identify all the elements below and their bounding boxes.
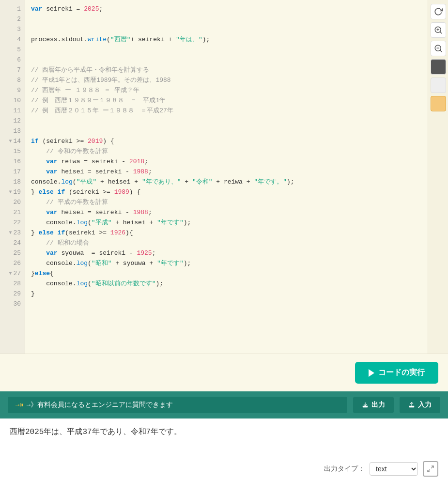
code-line: var reiwa = seireki - 2018;	[31, 156, 422, 167]
line-number: 4	[17, 34, 25, 45]
output-footer: 出力タイプ： text html canvas	[0, 457, 448, 484]
line-number: 24	[13, 238, 25, 248]
line-number: 2	[17, 14, 25, 24]
zoom-in-button[interactable]	[431, 22, 446, 38]
output-btn-label: 出力	[371, 401, 385, 409]
line-number: 25	[13, 248, 25, 258]
output-button[interactable]: 出力	[353, 397, 394, 413]
line-number: 30	[13, 299, 25, 309]
refresh-button[interactable]	[431, 4, 446, 19]
line-number: 12	[13, 116, 25, 126]
code-line: // 平成1年とは、西暦1989年。その差は、1988	[31, 75, 422, 85]
code-line: } else if(seireki >= 1926){	[31, 228, 422, 238]
code-line	[31, 116, 422, 126]
bottom-toolbar: →» →》有料会員になるとエンジニアに質問できます 出力 入力	[0, 391, 448, 418]
svg-line-1	[440, 31, 441, 33]
code-line: console.log("昭和" + syouwa + "年です");	[31, 258, 422, 268]
code-line: } else if (seireki >= 1989) {	[31, 187, 422, 197]
play-icon	[369, 369, 374, 377]
run-button-label: コードの実行	[378, 368, 425, 378]
code-area[interactable]: var seireki = 2025; process.stdout.write…	[25, 0, 428, 354]
output-type-label: 出力タイプ：	[324, 465, 365, 473]
run-area: コードの実行	[0, 354, 448, 391]
code-line	[31, 126, 422, 136]
code-line: console.log("平成" + heisei + "年であり、" + "令…	[31, 177, 422, 187]
fullscreen-button[interactable]	[423, 461, 438, 477]
line-number: ▼27	[9, 268, 25, 279]
code-line: process.stdout.write("西暦"+ seireki + "年は…	[31, 34, 422, 45]
line-number: 29	[13, 289, 25, 299]
line-number: 9	[17, 85, 25, 95]
side-toolbar	[428, 0, 448, 354]
sepia-theme-button[interactable]	[431, 96, 446, 111]
run-button[interactable]: コードの実行	[355, 362, 438, 384]
line-number: 26	[13, 258, 25, 268]
output-text: 西暦2025年は、平成37年であり、令和7年です。	[10, 426, 438, 439]
member-text: →》有料会員になるとエンジニアに質問できます	[27, 401, 173, 409]
line-number: 16	[13, 156, 25, 167]
arrow-icon: →»	[15, 401, 24, 409]
line-number: 28	[13, 279, 25, 289]
code-line: // 令和の年数を計算	[31, 146, 422, 156]
line-number: 21	[13, 207, 25, 217]
line-number: ▼23	[9, 228, 25, 238]
code-line	[31, 55, 422, 65]
code-line: var heisei = seireki - 1988;	[31, 167, 422, 177]
line-number: 17	[13, 167, 25, 177]
code-line: // 例 西暦２０１５年 ー１９８８ ＝平成27年	[31, 106, 422, 116]
line-number: 20	[13, 197, 25, 207]
code-line	[31, 24, 422, 34]
line-numbers: 12345678910111213▼1415161718▼19202122▼23…	[0, 0, 25, 354]
line-number: ▼19	[9, 187, 25, 197]
code-line: // 例 西暦１９８９ー１９８８ ＝ 平成1年	[31, 95, 422, 106]
line-number: 18	[13, 177, 25, 187]
output-area: 西暦2025年は、平成37年であり、令和7年です。	[0, 418, 448, 457]
line-number: 5	[17, 45, 25, 55]
code-line: var heisei = seireki - 1988;	[31, 207, 422, 217]
code-line: // 西暦年 ー １９８８ ＝ 平成？年	[31, 85, 422, 95]
line-number: 13	[13, 126, 25, 136]
code-line	[31, 299, 422, 309]
line-number: ▼14	[9, 136, 25, 146]
svg-line-10	[428, 469, 430, 472]
code-line: console.log("昭和以前の年数です");	[31, 279, 422, 289]
code-line: // 平成の年数を計算	[31, 197, 422, 207]
line-number: 7	[17, 65, 25, 75]
input-button[interactable]: 入力	[400, 397, 440, 413]
code-line: // 昭和の場合	[31, 238, 422, 248]
line-number: 11	[13, 106, 25, 116]
output-type-select[interactable]: text html canvas	[370, 462, 418, 476]
input-btn-label: 入力	[418, 401, 432, 409]
fullscreen-icon	[427, 465, 434, 473]
zoom-out-button[interactable]	[431, 41, 446, 56]
line-number: 1	[17, 4, 25, 14]
line-number: 10	[13, 95, 25, 106]
code-line: var syouwa = seireki - 1925;	[31, 248, 422, 258]
code-line	[31, 14, 422, 24]
svg-line-5	[440, 50, 441, 51]
download-icon	[362, 402, 369, 408]
member-banner[interactable]: →» →》有料会員になるとエンジニアに質問できます	[8, 397, 347, 413]
code-line: console.log("平成" + heisei + "年です");	[31, 217, 422, 228]
code-line	[31, 45, 422, 55]
code-line: }else{	[31, 268, 422, 279]
code-line: // 西暦年から平成年・令和年を計算する	[31, 65, 422, 75]
code-line: if (seireki >= 2019) {	[31, 136, 422, 146]
line-number: 15	[13, 146, 25, 156]
line-number: 22	[13, 217, 25, 228]
line-number: 6	[17, 55, 25, 65]
upload-icon	[408, 402, 415, 408]
code-line: var seireki = 2025;	[31, 4, 422, 14]
line-number: 8	[17, 75, 25, 85]
line-number: 3	[17, 24, 25, 34]
editor-container: 12345678910111213▼1415161718▼19202122▼23…	[0, 0, 448, 354]
code-line: }	[31, 289, 422, 299]
svg-line-9	[431, 466, 433, 468]
light-theme-button[interactable]	[431, 78, 446, 93]
dark-theme-button[interactable]	[431, 59, 446, 75]
